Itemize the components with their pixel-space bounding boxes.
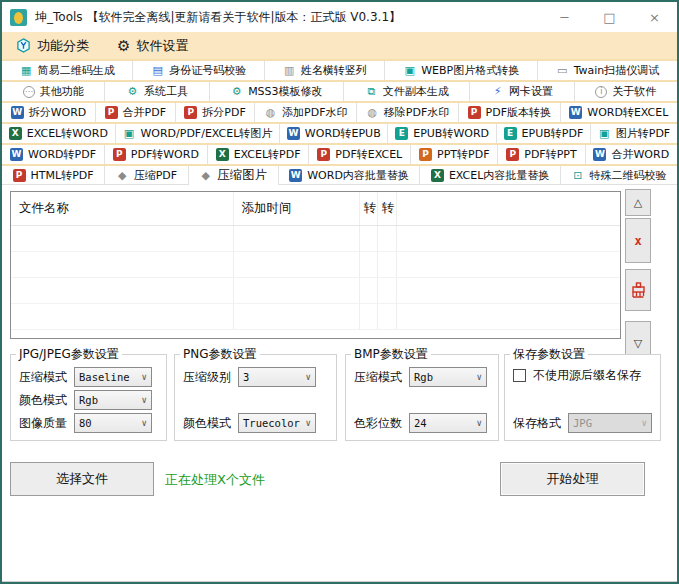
- select-files-button[interactable]: 选择文件: [10, 462, 154, 496]
- move-up-button[interactable]: △: [625, 189, 651, 216]
- btn-word-to-excel[interactable]: W WORD转EXCEL: [560, 103, 677, 122]
- network-icon: ⚡: [491, 85, 504, 98]
- btn-about[interactable]: i 关于软件: [574, 82, 677, 101]
- btn-html-to-pdf[interactable]: P HTML转PDF: [2, 166, 104, 185]
- btn-other-functions[interactable]: ⋯ 其他功能: [2, 82, 104, 101]
- column-header-empty: [396, 192, 620, 225]
- table-cell: [377, 277, 396, 303]
- menu-item-settings[interactable]: 软件设置: [117, 37, 188, 55]
- delete-item-button[interactable]: x: [625, 218, 651, 263]
- chevron-down-icon: [142, 418, 147, 428]
- btn-pdf-to-word[interactable]: P PDF转WORD: [104, 145, 207, 164]
- table-cell: [11, 225, 233, 251]
- excel-icon: X: [216, 148, 229, 161]
- btn-merge-pdf[interactable]: P 合并PDF: [95, 103, 175, 122]
- bmp-color-depth-select[interactable]: 24: [409, 413, 487, 433]
- btn-excel-to-word[interactable]: X EXCEL转WORD: [2, 124, 115, 143]
- btn-word-batch-replace[interactable]: W WORD内容批量替换: [278, 166, 420, 185]
- png-color-mode-select[interactable]: Truecolor: [238, 413, 316, 433]
- btn-split-pdf[interactable]: P 拆分PDF: [175, 103, 255, 122]
- png-compress-level-select[interactable]: 3: [238, 367, 316, 387]
- excel-icon: X: [9, 127, 22, 140]
- bmp-compress-mode-select[interactable]: Rgb: [409, 367, 487, 387]
- button-label: 拆分PDF: [202, 105, 245, 120]
- btn-file-copy-generate[interactable]: ⧉ 文件副本生成: [343, 82, 469, 101]
- keep-extension-checkbox[interactable]: [513, 369, 526, 382]
- toolbar-row-6: P HTML转PDF ◆ 压缩PDF ◆ 压缩图片 W WORD内容批量替换 X…: [2, 166, 677, 185]
- btn-merge-word[interactable]: W 合并WORD: [585, 145, 677, 164]
- png-params-group: PNG参数设置 压缩级别 3 颜色模式 Truecolor: [174, 346, 337, 441]
- btn-split-word[interactable]: W 拆分WORD: [2, 103, 95, 122]
- column-header-added-time[interactable]: 添加时间: [233, 192, 359, 225]
- button-label: MSS3模板修改: [248, 84, 322, 99]
- btn-epub-to-pdf[interactable]: E EPUB转PDF: [496, 124, 590, 143]
- scanner-icon: ▭: [556, 64, 569, 77]
- jpg-quality-select[interactable]: 80: [74, 413, 152, 433]
- column-header-filename[interactable]: 文件名称: [11, 192, 233, 225]
- tab-compress-image-active[interactable]: ◆ 压缩图片: [188, 166, 278, 185]
- btn-simple-qr-generate[interactable]: ▦ 简易二维码生成: [2, 61, 132, 80]
- btn-pdf-to-ppt[interactable]: P PDF转PPT: [497, 145, 584, 164]
- select-value: Truecolor: [243, 417, 300, 429]
- table-row: [11, 225, 620, 251]
- pdf-icon: P: [113, 148, 126, 161]
- menu-item-categories[interactable]: 功能分类: [16, 37, 89, 55]
- btn-id-number-check[interactable]: ▤ 身份证号码校验: [132, 61, 263, 80]
- chevron-down-icon: [306, 418, 311, 428]
- toolbar: ▦ 简易二维码生成 ▤ 身份证号码校验 ▥ 姓名横转竖列 ▣ WEBP图片格式转…: [2, 59, 677, 185]
- btn-mss3-template-edit[interactable]: ⚙ MSS3模板修改: [209, 82, 344, 101]
- jpg-compress-mode-select[interactable]: Baseline: [74, 367, 152, 387]
- btn-remove-pdf-watermark[interactable]: ◍ 移除PDF水印: [356, 103, 458, 122]
- btn-epub-to-word[interactable]: E EPUB转WORD: [387, 124, 495, 143]
- table-cell: [396, 303, 620, 329]
- button-label: 压缩图片: [217, 167, 267, 184]
- btn-pdf-to-excel[interactable]: P PDF转EXCEL: [308, 145, 410, 164]
- pdf-icon: P: [317, 148, 330, 161]
- btn-twain-scanner-debug[interactable]: ▭ Twain扫描仪调试: [537, 61, 677, 80]
- btn-excel-batch-replace[interactable]: X EXCEL内容批量替换: [419, 166, 560, 185]
- toolbar-row-2: ⋯ 其他功能 ⚙ 系统工具 ⚙ MSS3模板修改 ⧉ 文件副本生成 ⚡ 网卡设置…: [2, 82, 677, 101]
- btn-ppt-to-pdf[interactable]: P PPT转PDF: [410, 145, 497, 164]
- start-processing-button[interactable]: 开始处理: [500, 462, 645, 496]
- save-format-select-disabled[interactable]: JPG: [568, 413, 652, 433]
- table-cell: [359, 277, 377, 303]
- group-title: BMP参数设置: [351, 346, 431, 363]
- close-button[interactable]: ×: [632, 2, 677, 32]
- button-label: WORD转EXCEL: [587, 105, 668, 120]
- title-bar: 坤_Tools 【软件完全离线|更新请看关于软件|版本：正式版 V0.3.1】 …: [2, 2, 677, 32]
- table-cell: [377, 251, 396, 277]
- button-label: WORD转EPUB: [305, 126, 381, 141]
- btn-name-transpose[interactable]: ▥ 姓名横转竖列: [264, 61, 384, 80]
- btn-system-tools[interactable]: ⚙ 系统工具: [104, 82, 208, 101]
- button-label: EPUB转PDF: [522, 126, 584, 141]
- btn-special-qr-check[interactable]: ⊡ 特殊二维码校验: [560, 166, 677, 185]
- btn-network-settings[interactable]: ⚡ 网卡设置: [469, 82, 573, 101]
- btn-compress-pdf[interactable]: ◆ 压缩PDF: [104, 166, 188, 185]
- field-label: 颜色模式: [183, 415, 231, 432]
- chevron-down-icon: [477, 418, 482, 428]
- bmp-params-group: BMP参数设置 压缩模式 Rgb 色彩位数 24: [345, 346, 499, 441]
- btn-excel-to-pdf[interactable]: X EXCEL转PDF: [207, 145, 309, 164]
- btn-image-to-pdf[interactable]: ▣ 图片转PDF: [590, 124, 677, 143]
- btn-word-to-pdf[interactable]: W WORD转PDF: [2, 145, 104, 164]
- select-value: Rgb: [414, 371, 433, 383]
- clear-list-button[interactable]: [625, 269, 651, 311]
- btn-webp-convert[interactable]: ▣ WEBP图片格式转换: [384, 61, 536, 80]
- pdf-icon: P: [13, 169, 26, 182]
- maximize-button[interactable]: □: [587, 2, 632, 32]
- menu-item-label: 软件设置: [136, 37, 188, 55]
- field-label: 颜色模式: [19, 392, 67, 409]
- minimize-button[interactable]: ─: [542, 2, 587, 32]
- btn-word-to-epub[interactable]: W WORD转EPUB: [279, 124, 387, 143]
- table-cell: [359, 251, 377, 277]
- table-cell: [11, 251, 233, 277]
- table-cell: [396, 277, 620, 303]
- btn-office-to-image[interactable]: ▣ WORD/PDF/EXCEL转图片: [115, 124, 279, 143]
- qr-scan-icon: ⊡: [571, 169, 584, 182]
- btn-add-pdf-watermark[interactable]: ◍ 添加PDF水印: [254, 103, 356, 122]
- btn-pdf-version-convert[interactable]: P PDF版本转换: [458, 103, 560, 122]
- column-header-convert-2[interactable]: 转: [377, 192, 396, 225]
- column-header-convert-1[interactable]: 转: [359, 192, 377, 225]
- jpg-color-mode-select[interactable]: Rgb: [74, 390, 152, 410]
- chevron-down-icon: [142, 395, 147, 405]
